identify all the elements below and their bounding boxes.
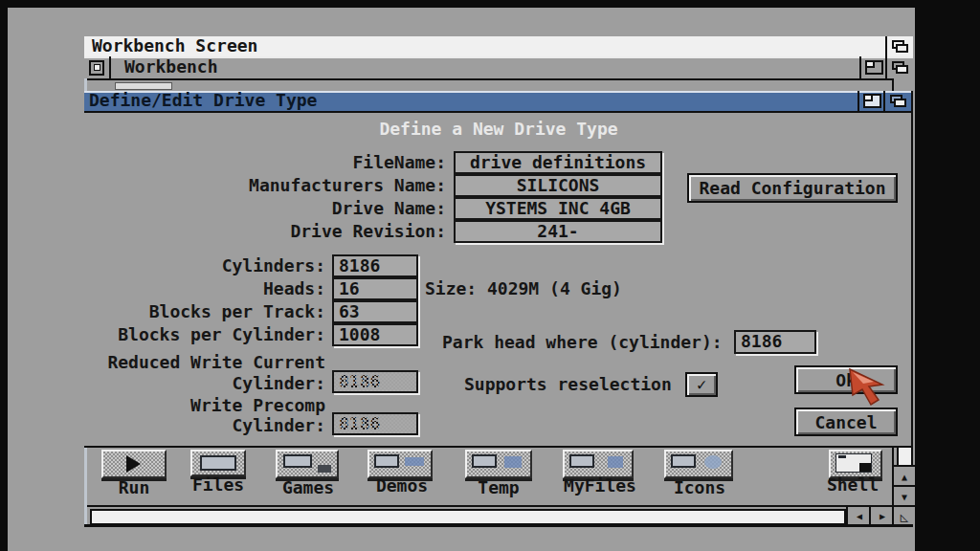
horizontal-scrollbar-thumb[interactable]: [90, 509, 846, 525]
depth-gadget-icon: [892, 40, 908, 53]
drawer-accent: [405, 457, 424, 466]
depth-gadget-icon: [890, 95, 906, 107]
play-glyph-icon: [126, 455, 141, 473]
blocks-per-track-field[interactable]: 63: [332, 300, 418, 323]
workbench-depth-button[interactable]: [885, 56, 913, 78]
icon-label-shell[interactable]: Shell: [823, 474, 882, 495]
shell-window-icon: [835, 453, 872, 473]
reduced-write-current-label-line1: Reduced Write Current: [96, 352, 325, 373]
cylinders-label: Cylinders:: [96, 255, 325, 276]
drawer-icon[interactable]: [276, 450, 339, 478]
manufacturer-label: Manufacturers Name:: [172, 175, 446, 196]
supports-reselection-checkbox[interactable]: ✓: [685, 372, 718, 397]
drawer-icon[interactable]: [465, 450, 532, 478]
supports-reselection-label: Supports reselection: [464, 374, 672, 395]
mouse-pointer: [848, 367, 890, 408]
park-head-label: Park head where (cylinder):: [442, 332, 723, 353]
write-precomp-label-line1: Write Precomp: [96, 395, 325, 416]
window-frame-remnant: [115, 82, 172, 90]
drawer-accent: [504, 456, 522, 468]
filename-field[interactable]: drive definitions: [454, 151, 662, 174]
drive-revision-field[interactable]: 241-: [454, 220, 662, 243]
drawer-icon[interactable]: [190, 450, 246, 476]
reduced-write-current-field: 8186: [332, 370, 418, 393]
scroll-down-button[interactable]: ▼: [892, 485, 915, 507]
icon-label-icons[interactable]: Icons: [659, 477, 740, 497]
blocks-per-cylinder-field[interactable]: 1008: [332, 323, 418, 346]
zoom-gadget-icon: [863, 94, 881, 108]
dialog-zoom-button[interactable]: [858, 91, 885, 111]
right-arrow-icon: ▶: [880, 511, 885, 521]
drawer-icon[interactable]: [368, 450, 433, 478]
left-arrow-icon: ◀: [857, 511, 862, 521]
close-gadget-icon: [89, 60, 104, 76]
icon-label-run[interactable]: Run: [101, 477, 167, 497]
workbench-window-title: Workbench: [124, 56, 218, 77]
run-icon[interactable]: [101, 450, 167, 478]
drawer-front-icon: [671, 454, 696, 468]
workbench-zoom-button[interactable]: [859, 56, 887, 78]
icon-label-games[interactable]: Games: [268, 477, 348, 497]
icon-label-temp[interactable]: Temp: [458, 477, 539, 497]
screen-titlebar[interactable]: Workbench Screen: [84, 36, 913, 58]
blocks-per-track-label: Blocks per Track:: [96, 301, 325, 322]
filename-label: FileName:: [172, 152, 446, 173]
read-configuration-button[interactable]: Read Configuration: [687, 173, 898, 203]
drawer-icon[interactable]: [563, 450, 634, 478]
checkmark-icon: ✓: [697, 375, 706, 394]
drawer-accent: [608, 456, 623, 468]
scroll-left-button[interactable]: ◀: [846, 507, 871, 524]
manufacturer-field[interactable]: SILICONS: [454, 174, 662, 197]
drawer-icon[interactable]: [664, 450, 733, 478]
horizontal-scrollbar[interactable]: ◀ ▶: [87, 505, 892, 526]
dialog-titlebar[interactable]: Define/Edit Drive Type: [84, 91, 911, 113]
blocks-per-cylinder-label: Blocks per Cylinder:: [96, 324, 325, 345]
resize-corner-icon: ◺: [901, 509, 908, 524]
drawer-front-icon: [472, 454, 497, 468]
workbench-bottom-border: [84, 524, 913, 527]
drawer-front-icon: [569, 454, 594, 468]
cancel-button[interactable]: Cancel: [794, 408, 898, 436]
disabled-dither-overlay: [334, 372, 416, 391]
heads-label: Heads:: [96, 278, 325, 299]
scroll-up-button[interactable]: ▲: [892, 465, 915, 487]
close-button[interactable]: [84, 56, 111, 78]
drive-revision-label: Drive Revision:: [172, 221, 446, 242]
cylinders-field[interactable]: 8186: [332, 254, 418, 277]
depth-gadget-icon: [892, 61, 908, 74]
write-precomp-label-line2: Cylinder:: [96, 415, 325, 436]
drive-name-field[interactable]: YSTEMS INC 4GB: [454, 197, 662, 220]
crt-frame: Workbench Screen Workbench: [0, 0, 980, 551]
dialog-title: Define/Edit Drive Type: [89, 90, 317, 111]
icon-label-files[interactable]: Files: [178, 474, 258, 495]
screen-title: Workbench Screen: [92, 35, 257, 56]
resize-corner-button[interactable]: ◺: [892, 505, 915, 526]
scroll-right-button[interactable]: ▶: [869, 507, 894, 524]
icon-label-myfiles[interactable]: MyFiles: [560, 475, 640, 496]
zoom-gadget-icon: [865, 60, 883, 75]
write-precomp-field: 8186: [332, 412, 418, 435]
dialog-heading: Define a New Drive Type: [84, 119, 913, 140]
drawer-front-icon: [374, 454, 399, 468]
up-arrow-icon: ▲: [902, 472, 907, 482]
workbench-titlebar[interactable]: Workbench: [84, 56, 913, 80]
heads-field[interactable]: 16: [332, 277, 418, 300]
icon-label-demos[interactable]: Demos: [362, 475, 442, 496]
park-head-field[interactable]: 8186: [734, 330, 816, 354]
drawer-front-icon: [200, 455, 236, 471]
dialog-depth-button[interactable]: [883, 91, 911, 111]
drawer-front-icon: [283, 454, 312, 468]
screen-depth-button[interactable]: [885, 36, 913, 56]
size-text: Size: 4029M (4 Gig): [425, 278, 622, 299]
drawer-accent: [704, 455, 722, 469]
down-arrow-icon: ▼: [902, 492, 907, 502]
reduced-write-current-label-line2: Cylinder:: [96, 373, 325, 394]
drive-name-label: Drive Name:: [172, 198, 446, 219]
disabled-dither-overlay: [334, 414, 416, 433]
drawer-accent: [318, 465, 331, 473]
